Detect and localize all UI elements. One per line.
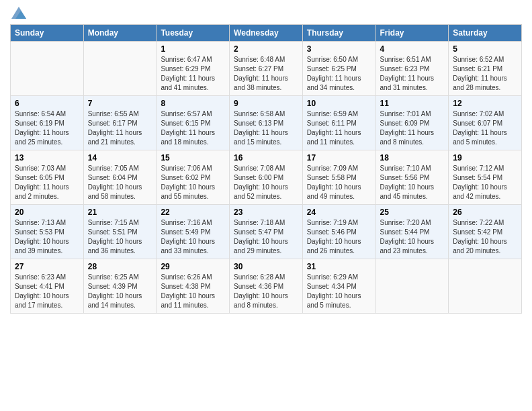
day-info: Sunrise: 6:57 AM Sunset: 6:15 PM Dayligh… [161,109,225,147]
calendar-cell: 24Sunrise: 7:19 AM Sunset: 5:46 PM Dayli… [302,205,375,259]
day-info: Sunrise: 7:03 AM Sunset: 6:05 PM Dayligh… [15,164,79,201]
calendar-cell: 1Sunrise: 6:47 AM Sunset: 6:29 PM Daylig… [157,42,230,96]
day-info: Sunrise: 6:55 AM Sunset: 6:17 PM Dayligh… [88,109,152,147]
day-info: Sunrise: 6:54 AM Sunset: 6:19 PM Dayligh… [15,109,79,147]
day-info: Sunrise: 7:19 AM Sunset: 5:46 PM Dayligh… [307,218,371,256]
day-info: Sunrise: 7:18 AM Sunset: 5:47 PM Dayligh… [234,218,298,256]
day-number: 17 [307,153,371,163]
calendar-week-row: 13Sunrise: 7:03 AM Sunset: 6:05 PM Dayli… [11,150,522,205]
calendar-cell [449,259,522,314]
calendar-cell: 29Sunrise: 6:26 AM Sunset: 4:38 PM Dayli… [157,259,230,314]
weekday-header: Monday [83,25,157,42]
day-number: 25 [380,208,445,217]
day-number: 29 [161,262,225,271]
day-number: 3 [307,44,371,54]
day-number: 22 [161,208,225,217]
calendar-cell: 27Sunrise: 6:23 AM Sunset: 4:41 PM Dayli… [11,259,84,314]
day-info: Sunrise: 7:13 AM Sunset: 5:53 PM Dayligh… [15,218,79,256]
day-number: 27 [15,262,79,271]
day-number: 6 [15,99,79,108]
calendar-cell [11,42,84,96]
calendar-cell: 5Sunrise: 6:52 AM Sunset: 6:21 PM Daylig… [449,42,522,96]
day-info: Sunrise: 6:52 AM Sunset: 6:21 PM Dayligh… [453,55,517,93]
day-info: Sunrise: 7:08 AM Sunset: 6:00 PM Dayligh… [234,164,298,201]
calendar-cell: 3Sunrise: 6:50 AM Sunset: 6:25 PM Daylig… [302,42,375,96]
weekday-header: Sunday [11,25,84,42]
day-number: 7 [88,99,152,108]
day-info: Sunrise: 7:15 AM Sunset: 5:51 PM Dayligh… [88,218,152,256]
day-info: Sunrise: 7:06 AM Sunset: 6:02 PM Dayligh… [161,164,225,201]
calendar-cell: 22Sunrise: 7:16 AM Sunset: 5:49 PM Dayli… [157,205,230,259]
day-number: 5 [453,44,517,54]
day-number: 23 [234,208,298,217]
calendar-cell: 30Sunrise: 6:28 AM Sunset: 4:36 PM Dayli… [230,259,303,314]
calendar-cell: 26Sunrise: 7:22 AM Sunset: 5:42 PM Dayli… [449,205,522,259]
day-number: 15 [161,153,225,163]
calendar-cell [375,259,449,314]
day-info: Sunrise: 7:20 AM Sunset: 5:44 PM Dayligh… [380,218,445,256]
day-number: 4 [380,44,445,54]
weekday-header-row: SundayMondayTuesdayWednesdayThursdayFrid… [11,25,522,42]
day-number: 11 [380,99,445,108]
calendar-week-row: 1Sunrise: 6:47 AM Sunset: 6:29 PM Daylig… [11,42,522,96]
day-info: Sunrise: 7:05 AM Sunset: 6:04 PM Dayligh… [88,164,152,201]
calendar-cell: 15Sunrise: 7:06 AM Sunset: 6:02 PM Dayli… [157,150,230,205]
day-info: Sunrise: 7:16 AM Sunset: 5:49 PM Dayligh… [161,218,225,256]
day-number: 31 [307,262,371,271]
day-number: 24 [307,208,371,217]
day-info: Sunrise: 6:26 AM Sunset: 4:38 PM Dayligh… [161,273,225,310]
day-number: 9 [234,99,298,108]
calendar-cell: 13Sunrise: 7:03 AM Sunset: 6:05 PM Dayli… [11,150,84,205]
day-info: Sunrise: 6:47 AM Sunset: 6:29 PM Dayligh… [161,55,225,93]
day-number: 28 [88,262,152,271]
day-info: Sunrise: 6:25 AM Sunset: 4:39 PM Dayligh… [88,273,152,310]
calendar-cell: 11Sunrise: 7:01 AM Sunset: 6:09 PM Dayli… [375,96,449,150]
calendar-cell: 31Sunrise: 6:29 AM Sunset: 4:34 PM Dayli… [302,259,375,314]
day-info: Sunrise: 7:02 AM Sunset: 6:07 PM Dayligh… [453,109,517,147]
calendar-cell: 10Sunrise: 6:59 AM Sunset: 6:11 PM Dayli… [302,96,375,150]
weekday-header: Friday [375,25,449,42]
calendar-cell: 2Sunrise: 6:48 AM Sunset: 6:27 PM Daylig… [230,42,303,96]
calendar-cell: 12Sunrise: 7:02 AM Sunset: 6:07 PM Dayli… [449,96,522,150]
calendar-cell: 28Sunrise: 6:25 AM Sunset: 4:39 PM Dayli… [83,259,157,314]
calendar-cell: 9Sunrise: 6:58 AM Sunset: 6:13 PM Daylig… [230,96,303,150]
page-header [10,7,522,19]
day-number: 16 [234,153,298,163]
day-number: 18 [380,153,445,163]
calendar-table: SundayMondayTuesdayWednesdayThursdayFrid… [10,24,522,314]
calendar-cell: 19Sunrise: 7:12 AM Sunset: 5:54 PM Dayli… [449,150,522,205]
calendar-cell: 17Sunrise: 7:09 AM Sunset: 5:58 PM Dayli… [302,150,375,205]
calendar-cell [83,42,157,96]
calendar-cell: 14Sunrise: 7:05 AM Sunset: 6:04 PM Dayli… [83,150,157,205]
day-number: 1 [161,44,225,54]
day-info: Sunrise: 6:28 AM Sunset: 4:36 PM Dayligh… [234,273,298,310]
calendar-week-row: 27Sunrise: 6:23 AM Sunset: 4:41 PM Dayli… [11,259,522,314]
day-number: 19 [453,153,517,163]
day-number: 20 [15,208,79,217]
day-info: Sunrise: 6:23 AM Sunset: 4:41 PM Dayligh… [15,273,79,310]
calendar-cell: 25Sunrise: 7:20 AM Sunset: 5:44 PM Dayli… [375,205,449,259]
calendar-week-row: 6Sunrise: 6:54 AM Sunset: 6:19 PM Daylig… [11,96,522,150]
weekday-header: Wednesday [230,25,303,42]
weekday-header: Saturday [449,25,522,42]
day-info: Sunrise: 7:01 AM Sunset: 6:09 PM Dayligh… [380,109,445,147]
weekday-header: Thursday [302,25,375,42]
calendar-cell: 8Sunrise: 6:57 AM Sunset: 6:15 PM Daylig… [157,96,230,150]
calendar-cell: 23Sunrise: 7:18 AM Sunset: 5:47 PM Dayli… [230,205,303,259]
day-info: Sunrise: 7:12 AM Sunset: 5:54 PM Dayligh… [453,164,517,201]
calendar-cell: 16Sunrise: 7:08 AM Sunset: 6:00 PM Dayli… [230,150,303,205]
day-info: Sunrise: 6:50 AM Sunset: 6:25 PM Dayligh… [307,55,371,93]
calendar-cell: 21Sunrise: 7:15 AM Sunset: 5:51 PM Dayli… [83,205,157,259]
day-info: Sunrise: 6:29 AM Sunset: 4:34 PM Dayligh… [307,273,371,310]
calendar-cell: 18Sunrise: 7:10 AM Sunset: 5:56 PM Dayli… [375,150,449,205]
day-number: 8 [161,99,225,108]
day-info: Sunrise: 7:09 AM Sunset: 5:58 PM Dayligh… [307,164,371,201]
calendar-cell: 7Sunrise: 6:55 AM Sunset: 6:17 PM Daylig… [83,96,157,150]
day-info: Sunrise: 6:51 AM Sunset: 6:23 PM Dayligh… [380,55,445,93]
day-number: 13 [15,153,79,163]
logo [10,7,26,19]
calendar-cell: 20Sunrise: 7:13 AM Sunset: 5:53 PM Dayli… [11,205,84,259]
day-number: 10 [307,99,371,108]
weekday-header: Tuesday [157,25,230,42]
day-number: 2 [234,44,298,54]
